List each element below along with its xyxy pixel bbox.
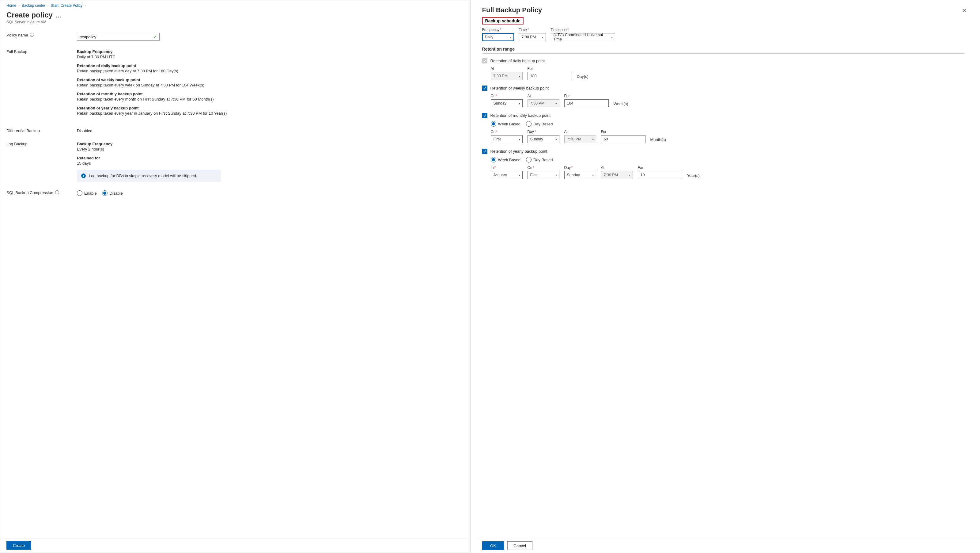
monthly-unit: Month(s) <box>651 137 666 143</box>
yearly-unit: Year(s) <box>687 173 700 179</box>
required-icon: * <box>528 27 529 32</box>
weekly-retention-label: Retention of weekly backup point <box>490 86 549 91</box>
frequency-select[interactable]: Daily ▾ <box>482 33 514 41</box>
monthly-week-based-radio[interactable]: Week Based <box>491 121 520 127</box>
chevron-down-icon: ▾ <box>555 102 557 105</box>
weekly-for-label: For <box>564 94 609 98</box>
yearly-in-label: In <box>491 166 494 170</box>
diff-backup-label: Differential Backup <box>6 128 40 133</box>
policy-name-input[interactable] <box>77 33 160 41</box>
close-icon[interactable]: ✕ <box>959 6 969 15</box>
chevron-down-icon: ▾ <box>510 35 512 39</box>
weekly-retention-checkbox[interactable] <box>482 86 487 91</box>
retention-weekly-title: Retention of weekly backup point <box>77 78 464 82</box>
yearly-for-input[interactable]: 10 <box>638 171 682 179</box>
chevron-down-icon: ▾ <box>555 138 557 141</box>
monthly-retention-label: Retention of monthly backup point <box>490 113 551 118</box>
monthly-for-input[interactable]: 60 <box>601 135 646 143</box>
weekly-for-input[interactable]: 104 <box>564 99 609 107</box>
compression-enable-label: Enable <box>84 191 97 196</box>
diff-backup-value: Disabled <box>77 128 92 133</box>
page-subtitle: SQL Server in Azure VM <box>6 20 464 24</box>
weekly-unit: Week(s) <box>614 102 628 107</box>
log-backup-frequency-title: Backup Frequency <box>77 142 464 146</box>
chevron-right-icon: › <box>18 4 19 7</box>
chevron-down-icon: ▾ <box>519 138 520 141</box>
yearly-week-based-radio[interactable]: Week Based <box>491 157 520 163</box>
policy-name-label: Policy name <box>6 33 28 37</box>
ellipsis-icon[interactable]: … <box>56 13 61 18</box>
info-banner-text: Log backup for DBs in simple recovery mo… <box>89 174 197 178</box>
breadcrumb-backup-center[interactable]: Backup center <box>22 3 45 8</box>
cancel-button[interactable]: Cancel <box>507 541 533 550</box>
compression-label: SQL Backup Compression <box>6 190 53 195</box>
yearly-retention-label: Retention of yearly backup point <box>490 149 547 154</box>
info-banner: i Log backup for DBs in simple recovery … <box>77 170 221 182</box>
compression-disable-radio[interactable]: Disable <box>102 190 123 196</box>
compression-enable-radio[interactable]: Enable <box>77 190 97 196</box>
monthly-at-select: 7:30 PM▾ <box>564 135 596 143</box>
log-backup-frequency-value: Every 2 hour(s) <box>77 147 464 151</box>
daily-at-select: 7:30 PM ▾ <box>491 72 523 80</box>
timezone-select[interactable]: (UTC) Coordinated Universal Time ▾ <box>551 33 615 41</box>
info-icon[interactable]: i <box>30 33 34 37</box>
retention-monthly-title: Retention of monthly backup point <box>77 92 464 96</box>
yearly-day-select[interactable]: Sunday▾ <box>564 171 596 179</box>
chevron-down-icon: ▾ <box>542 35 544 39</box>
breadcrumb: Home › Backup center › Start: Create Pol… <box>6 3 464 8</box>
monthly-on-label: On <box>491 130 496 134</box>
chevron-right-icon: › <box>85 4 86 7</box>
full-backup-frequency-title: Backup Frequency <box>77 49 464 54</box>
chevron-down-icon: ▾ <box>519 174 520 177</box>
daily-retention-label: Retention of daily backup point <box>490 59 545 63</box>
chevron-down-icon: ▾ <box>519 102 520 105</box>
daily-for-label: For <box>528 67 572 71</box>
retention-weekly-value: Retain backup taken every week on Sunday… <box>77 83 464 88</box>
monthly-at-label: At <box>564 130 596 134</box>
monthly-for-label: For <box>601 130 646 134</box>
breadcrumb-home[interactable]: Home <box>6 3 16 8</box>
monthly-retention-checkbox[interactable] <box>482 113 487 118</box>
log-backup-retained-value: 15 days <box>77 161 464 166</box>
retention-yearly-title: Retention of yearly backup point <box>77 106 464 110</box>
monthly-day-label: Day <box>528 130 534 134</box>
monthly-day-select[interactable]: Sunday▾ <box>528 135 559 143</box>
yearly-on-select[interactable]: First▾ <box>528 171 559 179</box>
page-title: Create policy <box>6 11 53 19</box>
monthly-day-based-radio[interactable]: Day Based <box>526 121 553 127</box>
time-select[interactable]: 7:30 PM ▾ <box>519 33 546 41</box>
compression-disable-label: Disable <box>109 191 123 196</box>
ok-button[interactable]: OK <box>482 541 504 550</box>
weekly-at-label: At <box>528 94 559 98</box>
info-icon[interactable]: i <box>55 190 59 194</box>
breadcrumb-start-create-policy[interactable]: Start: Create Policy <box>51 3 83 8</box>
yearly-for-label: For <box>638 166 682 170</box>
retention-range-header: Retention range <box>482 46 965 54</box>
daily-for-input[interactable]: 180 <box>528 72 572 80</box>
check-icon: ✓ <box>153 34 157 39</box>
chevron-down-icon: ▾ <box>611 35 613 39</box>
retention-daily-value: Retain backup taken every day at 7:30 PM… <box>77 69 464 73</box>
weekly-on-select[interactable]: Sunday▾ <box>491 99 523 107</box>
yearly-day-based-radio[interactable]: Day Based <box>526 157 553 163</box>
weekly-on-label: On <box>491 94 496 98</box>
panel-title: Full Backup Policy <box>482 6 542 14</box>
daily-at-label: At <box>491 67 523 71</box>
log-backup-label: Log Backup <box>6 142 27 146</box>
yearly-retention-checkbox[interactable] <box>482 149 487 154</box>
yearly-at-label: At <box>601 166 633 170</box>
full-backup-label: Full Backup <box>6 49 27 54</box>
yearly-on-label: On <box>528 166 533 170</box>
monthly-on-select[interactable]: First▾ <box>491 135 523 143</box>
chevron-down-icon: ▾ <box>592 138 594 141</box>
create-button[interactable]: Create <box>6 541 31 550</box>
daily-retention-checkbox <box>482 58 487 64</box>
timezone-label: Timezone <box>551 27 567 32</box>
yearly-in-select[interactable]: January▾ <box>491 171 523 179</box>
daily-unit: Day(s) <box>577 74 589 80</box>
retention-monthly-value: Retain backup taken every month on First… <box>77 97 464 102</box>
chevron-down-icon: ▾ <box>592 174 594 177</box>
yearly-day-label: Day <box>564 166 571 170</box>
info-icon: i <box>81 174 86 178</box>
required-icon: * <box>500 27 501 32</box>
